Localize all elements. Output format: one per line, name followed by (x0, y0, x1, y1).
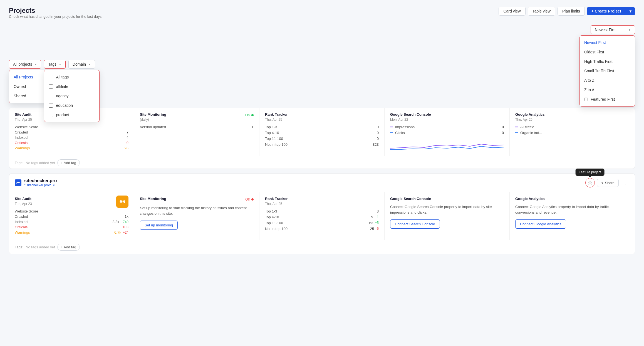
top-rt-row2: Top 4-10 0 (265, 131, 379, 135)
top-card-stats: Site Audit Thu, Apr 25 Website Score Cra… (9, 108, 635, 156)
share-button[interactable]: < Share (597, 179, 619, 187)
tag-option-product[interactable]: product (44, 110, 99, 120)
top-gsc-chart (390, 137, 504, 151)
sort-option-small-traffic[interactable]: Small Traffic First (580, 66, 635, 76)
top-monitoring-status: On (245, 113, 254, 117)
indexed-label: Indexed (15, 220, 28, 224)
add-tag-button-2[interactable]: + Add tag (57, 244, 80, 251)
not-top-label: Not in top 100 (265, 227, 288, 231)
criticals-row: Criticals 183 (15, 225, 128, 229)
tags-label: Tags (48, 62, 56, 66)
clicks-dot (390, 132, 393, 133)
tag-product-checkbox[interactable] (49, 113, 53, 117)
card-view-button[interactable]: Card view (499, 7, 525, 16)
domain-button[interactable]: Domain ▼ (68, 60, 95, 69)
criticals-label: Criticals (15, 225, 28, 229)
table-view-button[interactable]: Table view (528, 7, 555, 16)
tag-agency-checkbox[interactable] (49, 94, 53, 98)
tags-dropdown: Tags ▼ All tags affiliate agency educati… (44, 60, 65, 69)
top13-value: 3 (377, 209, 379, 213)
top11100-label: Top 11-100 (265, 221, 283, 225)
top13-label: Top 1-3 (265, 209, 277, 213)
top-gsc-date: Mon, Apr 22 (390, 118, 504, 122)
top-clicks-row: Clicks 0 (390, 131, 504, 135)
sort-option-oldest[interactable]: Oldest First (580, 47, 635, 57)
top-warnings-value: 26 (125, 146, 128, 150)
top-indexed-row: Indexed 4 (15, 135, 128, 140)
feature-project-button[interactable] (585, 178, 595, 187)
top410-value: 9 (371, 215, 373, 219)
top-add-tag-button[interactable]: + Add tag (57, 159, 80, 166)
ga-label: Google Analytics (515, 197, 629, 201)
sort-option-newest[interactable]: Newest First (580, 38, 635, 47)
site-audit-date: Tue, Apr 23 (15, 202, 32, 206)
sort-option-z-to-a[interactable]: Z to A (580, 85, 635, 95)
top-monitoring-on: On (245, 113, 250, 117)
sitechecker-title-row: sitechecker.pro *.sitechecker.pro/* ↗ (15, 178, 57, 187)
tag-affiliate-checkbox[interactable] (49, 84, 53, 89)
all-traffic-dot (515, 127, 518, 127)
organic-traffic-dot (515, 132, 518, 133)
sort-featured-checkbox[interactable] (584, 98, 588, 101)
top-tags-label: Tags: (15, 161, 23, 165)
top-crawled-value: 7 (127, 130, 128, 134)
tag-option-all[interactable]: All tags (44, 72, 99, 82)
page-title: Projects (9, 7, 101, 14)
top-rt-row3: Top 11-100 0 (265, 137, 379, 141)
top-organic-label: Organic traf... (520, 131, 542, 135)
feature-project-tooltip: Feature project (575, 169, 605, 176)
create-project-arrow[interactable]: ▼ (626, 7, 635, 15)
top-monitoring-date: (daily) (140, 118, 254, 122)
crawled-row: Crawled 1k (15, 214, 128, 219)
plan-limits-button[interactable]: Plan limits (558, 7, 585, 16)
tag-option-affiliate[interactable]: affiliate (44, 82, 99, 91)
top-gsc: Google Search Console Mon, Apr 22 Impres… (385, 108, 510, 156)
rank-row-top11100: Top 11-100 63 +5 (265, 221, 379, 225)
top-indexed-value: 4 (127, 135, 128, 140)
tag-all-checkbox[interactable] (49, 75, 53, 79)
top-all-traffic-row: All traffic (515, 125, 629, 129)
top-indexed-label: Indexed (15, 135, 28, 140)
top-criticals-value: 9 (127, 141, 128, 145)
site-monitoring-cell: Site Monitoring Off Set up monitoring to… (134, 192, 259, 240)
tags-menu: All tags affiliate agency education prod… (44, 70, 100, 122)
top-rt-top11100: 0 (377, 137, 379, 141)
more-options-button[interactable]: ⋮ (621, 179, 629, 187)
tags-button[interactable]: Tags ▼ (44, 60, 65, 69)
sort-option-featured[interactable]: Featured First (580, 95, 635, 104)
page-header: Projects Check what has changed in your … (9, 7, 635, 23)
tag-option-agency[interactable]: agency (44, 91, 99, 101)
monitoring-label: Site Monitoring (140, 197, 166, 201)
top-clicks-label: Clicks (395, 131, 405, 135)
top-monitoring-label: Site Monitoring (140, 112, 166, 117)
sitechecker-title-info: sitechecker.pro *.sitechecker.pro/* ↗ (24, 178, 57, 187)
create-project-button[interactable]: + Create Project (587, 7, 626, 15)
connect-google-analytics-button[interactable]: Connect Google Analytics (515, 219, 566, 229)
page-title-section: Projects Check what has changed in your … (9, 7, 101, 23)
tag-education-checkbox[interactable] (49, 103, 53, 108)
impressions-dot (390, 127, 393, 127)
setup-monitoring-button[interactable]: Set up monitoring (140, 221, 178, 230)
tags-label-2: Tags: (15, 245, 23, 249)
indexed-badge: +740 (121, 220, 128, 224)
sort-option-high-traffic[interactable]: High Traffic First (580, 57, 635, 66)
top-ga-date: Thu, Apr 25 (515, 118, 629, 122)
tag-option-education[interactable]: education (44, 101, 99, 110)
warnings-row: Warnings 6.7k +24 (15, 230, 128, 234)
not-top-badge: -6 (376, 227, 379, 231)
sort-button[interactable]: Newest First ▼ (591, 25, 635, 34)
top-monitoring-count: 1 (252, 125, 254, 129)
top-criticals-row: Criticals 9 (15, 141, 128, 145)
top-warnings-row: Warnings 26 (15, 146, 128, 150)
top-ga-label: Google Analytics (515, 112, 629, 117)
all-projects-button[interactable]: All projects ▼ (9, 60, 41, 69)
sort-option-a-to-z[interactable]: A to Z (580, 76, 635, 85)
connect-search-console-button[interactable]: Connect Search Console (390, 219, 440, 229)
domain-chevron-icon: ▼ (88, 63, 91, 66)
top-impressions-label: Impressions (395, 125, 415, 129)
top-score-label: Website Score (15, 125, 38, 129)
top-warnings-label: Warnings (15, 146, 30, 150)
sitechecker-card: sitechecker.pro *.sitechecker.pro/* ↗ Fe… (9, 173, 635, 254)
not-top-value: 25 (370, 227, 374, 231)
site-audit-cell: Site Audit Tue, Apr 23 66 Website Score … (9, 192, 134, 240)
